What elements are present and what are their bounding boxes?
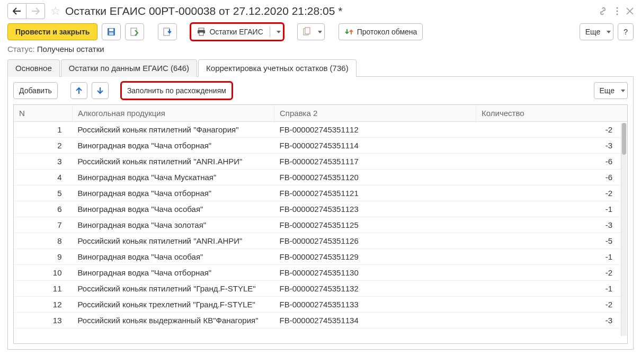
scrollbar-thumb[interactable] xyxy=(622,123,626,155)
cell-product: Виноградная водка "Чача золотая" xyxy=(73,217,274,233)
cell-ref2: FB-000002745351132 xyxy=(274,281,476,297)
svg-point-0 xyxy=(616,7,618,8)
cell-ref2: FB-000002745351133 xyxy=(274,297,476,313)
tab-main[interactable]: Основное xyxy=(7,59,60,77)
load-button[interactable] xyxy=(158,23,177,40)
post-and-close-button[interactable]: Провести и закрыть xyxy=(7,23,97,40)
dropdown-caret-icon xyxy=(621,90,625,92)
inner-more-label: Еще xyxy=(600,86,615,95)
tab-egais-balance[interactable]: Остатки по данным ЕГАИС (646) xyxy=(61,59,197,77)
cell-product: Российский коньяк выдержанный КВ"Фанагор… xyxy=(73,313,274,329)
print-egais-button[interactable]: Остатки ЕГАИС xyxy=(191,23,283,40)
table-row[interactable]: 5Виноградная водка "Чача отборная"FB-000… xyxy=(14,185,627,201)
scrollbar[interactable] xyxy=(621,123,627,336)
cell-n: 9 xyxy=(14,249,73,265)
cell-qty: -6 xyxy=(476,154,628,170)
col-product[interactable]: Алкогольная продукция xyxy=(73,105,274,122)
reports-button[interactable] xyxy=(297,23,325,40)
cell-ref2: FB-000002745351120 xyxy=(274,170,476,185)
table-row[interactable]: 12Российский коньяк трехлетний "Гранд.F-… xyxy=(14,297,627,313)
cell-qty: -3 xyxy=(476,313,628,329)
cell-n: 5 xyxy=(14,185,73,201)
cell-product: Виноградная водка "Чача отборная" xyxy=(73,185,274,201)
cell-product: Российский коньяк пятилетний "Фанагория" xyxy=(73,122,274,138)
move-down-button[interactable] xyxy=(92,82,109,99)
cell-ref2: FB-000002745351112 xyxy=(274,122,476,138)
add-row-label: Добавить xyxy=(19,86,52,95)
svg-rect-4 xyxy=(109,29,113,31)
close-icon[interactable] xyxy=(626,7,634,15)
cell-ref2: FB-000002745351134 xyxy=(274,313,476,329)
table-row[interactable]: 10Виноградная водка "Чача отборная"FB-00… xyxy=(14,265,627,281)
col-qty[interactable]: Количество xyxy=(476,105,628,122)
cell-qty: -2 xyxy=(476,265,628,281)
col-n[interactable]: N xyxy=(14,105,73,122)
cell-n: 8 xyxy=(14,233,73,249)
cell-qty: -2 xyxy=(476,185,628,201)
favorite-star-icon[interactable]: ☆ xyxy=(50,4,61,18)
table-row[interactable]: 9Виноградная водка "Чача особая"FB-00000… xyxy=(14,249,627,265)
table-row[interactable]: 11Российский коньяк пятилетний "Гранд.F-… xyxy=(14,281,627,297)
cell-product: Виноградная водка "Чача особая" xyxy=(73,249,274,265)
link-icon[interactable] xyxy=(598,6,608,16)
save-button[interactable] xyxy=(102,23,121,40)
table-row[interactable]: 7Виноградная водка "Чача золотая"FB-0000… xyxy=(14,217,627,233)
table-row[interactable]: 13Российский коньяк выдержанный КВ"Фанаг… xyxy=(14,313,627,329)
table-row[interactable]: 2Виноградная водка "Чача отборная"FB-000… xyxy=(14,138,627,154)
cell-ref2: FB-000002745351117 xyxy=(274,154,476,170)
move-up-button[interactable] xyxy=(70,82,87,99)
post-and-close-label: Провести и закрыть xyxy=(15,28,90,36)
help-button[interactable]: ? xyxy=(618,23,634,40)
cell-product: Виноградная водка "Чача Мускатная" xyxy=(73,170,274,185)
nav-forward-button[interactable] xyxy=(26,3,45,19)
post-button[interactable] xyxy=(125,23,144,40)
dropdown-caret-icon xyxy=(318,31,322,33)
cell-n: 3 xyxy=(14,154,73,170)
dropdown-caret-icon xyxy=(277,31,281,33)
table-row[interactable]: 8Российский коньяк пятилетний "ANRI.АНРИ… xyxy=(14,233,627,249)
inner-more-button[interactable]: Еще xyxy=(594,82,628,99)
add-row-button[interactable]: Добавить xyxy=(13,82,58,99)
status-line: Статус: Получены остатки xyxy=(0,45,641,59)
cell-qty: -3 xyxy=(476,217,628,233)
cell-product: Виноградная водка "Чача отборная" xyxy=(73,138,274,154)
more-dots-icon[interactable] xyxy=(616,6,619,16)
more-label: Еще xyxy=(585,28,601,36)
svg-rect-12 xyxy=(305,28,310,34)
cell-n: 7 xyxy=(14,217,73,233)
cell-product: Российский коньяк пятилетний "ANRI.АНРИ" xyxy=(73,233,274,249)
tabs: Основное Остатки по данным ЕГАИС (646) К… xyxy=(7,59,634,77)
cell-product: Виноградная водка "Чача отборная" xyxy=(73,265,274,281)
table-row[interactable]: 4Виноградная водка "Чача Мускатная"FB-00… xyxy=(14,170,627,185)
nav-back-button[interactable] xyxy=(7,3,26,19)
cell-n: 12 xyxy=(14,297,73,313)
cell-ref2: FB-000002745351125 xyxy=(274,217,476,233)
cell-n: 2 xyxy=(14,138,73,154)
svg-rect-8 xyxy=(199,28,204,30)
cell-ref2: FB-000002745351121 xyxy=(274,185,476,201)
fill-by-diff-button[interactable]: Заполнить по расхождениям xyxy=(121,82,232,99)
table-row[interactable]: 3Российский коньяк пятилетний "ANRI.АНРИ… xyxy=(14,154,627,170)
col-ref2[interactable]: Справка 2 xyxy=(274,105,476,122)
exchange-icon xyxy=(344,27,354,37)
cell-n: 10 xyxy=(14,265,73,281)
fill-by-diff-label: Заполнить по расхождениям xyxy=(127,86,226,95)
table-row[interactable]: 1Российский коньяк пятилетний "Фанагория… xyxy=(14,122,627,138)
cell-qty: -1 xyxy=(476,249,628,265)
cell-qty: -2 xyxy=(476,297,628,313)
more-button[interactable]: Еще xyxy=(580,23,614,40)
exchange-protocol-button[interactable]: Протокол обмена xyxy=(339,23,423,40)
exchange-protocol-label: Протокол обмена xyxy=(357,28,417,36)
table-row[interactable]: 6Виноградная водка "Чача особая"FB-00000… xyxy=(14,201,627,217)
cell-product: Российский коньяк пятилетний "ANRI.АНРИ" xyxy=(73,154,274,170)
cell-product: Виноградная водка "Чача особая" xyxy=(73,201,274,217)
cell-qty: -6 xyxy=(476,170,628,185)
cell-ref2: FB-000002745351114 xyxy=(274,138,476,154)
page-title: Остатки ЕГАИС 00РТ-000038 от 27.12.2020 … xyxy=(65,5,598,17)
cell-ref2: FB-000002745351129 xyxy=(274,249,476,265)
help-label: ? xyxy=(624,28,628,36)
cell-n: 13 xyxy=(14,313,73,329)
tab-correction[interactable]: Корректировка учетных остатков (736) xyxy=(198,59,357,77)
svg-rect-5 xyxy=(109,32,113,35)
cell-qty: -5 xyxy=(476,233,628,249)
